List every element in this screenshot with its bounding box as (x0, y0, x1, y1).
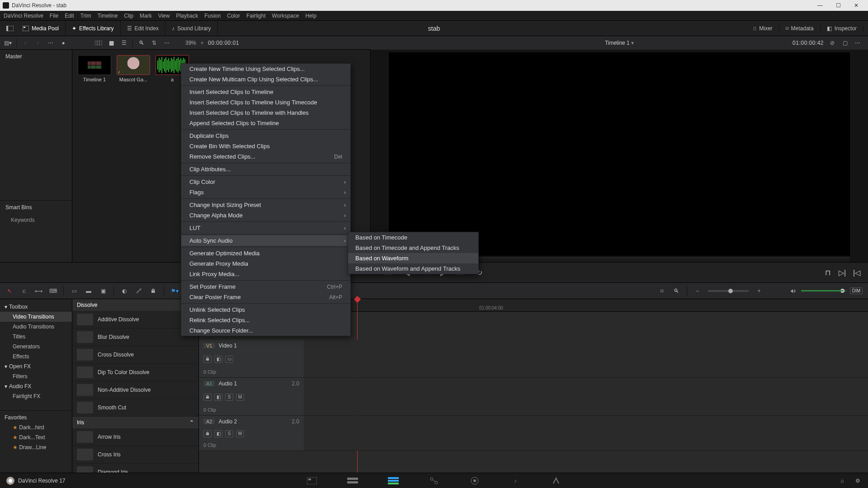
ctx-item[interactable]: Generate Proxy Media (181, 258, 350, 269)
lock-a2-icon[interactable]: 🔒︎ (203, 430, 212, 437)
fx-section-iris[interactable]: Iris⌃ (72, 417, 198, 428)
mute-a1-button[interactable]: M (236, 394, 244, 401)
more-icon[interactable]: ⋯ (163, 39, 171, 47)
tab-inspector[interactable]: ◧Inspector (821, 25, 863, 32)
ctx-item[interactable]: Insert Selected Clips to Timeline with H… (181, 108, 350, 118)
ctx-sub-item[interactable]: Based on Waveform (348, 253, 478, 263)
menu-edit[interactable]: Edit (65, 13, 74, 19)
ctx-item[interactable]: Create New Timeline Using Selected Clips… (181, 64, 350, 74)
auto-v1-icon[interactable]: ◧ (214, 356, 222, 363)
ctx-item[interactable]: Auto Sync Audio (181, 235, 350, 246)
dim-button[interactable]: DIM (850, 287, 863, 294)
toolbox-node[interactable]: ▾Toolbox (0, 302, 72, 312)
solo-a2-button[interactable]: S (225, 430, 233, 437)
zoom-in-icon[interactable]: ＋ (755, 287, 763, 295)
ctx-item[interactable]: Append Selected Clips to Timeline (181, 118, 350, 128)
tab-media-pool[interactable]: Media Pool (16, 21, 66, 36)
ctx-item[interactable]: Relink Selected Clips... (181, 315, 350, 325)
snapping-icon[interactable]: ⌑ (658, 287, 666, 295)
ctx-item[interactable]: Change Input Sizing Preset (181, 200, 350, 210)
zoom-out-icon[interactable]: − (693, 287, 702, 295)
menu-mark[interactable]: Mark (140, 13, 152, 19)
full-extent-icon[interactable]: |◁ (852, 267, 862, 277)
audiofx-node[interactable]: ▾Audio FX (0, 381, 72, 391)
disable-v1-icon[interactable]: ▭ (225, 356, 233, 363)
track-name-a1[interactable]: Audio 1 (218, 380, 237, 387)
smart-bins-header[interactable]: Smart Bins (0, 200, 72, 214)
ctx-item[interactable]: Set Poster FrameCtrl+P (181, 282, 350, 292)
menu-view[interactable]: View (158, 13, 170, 19)
leaf-filters[interactable]: Filters (0, 371, 72, 381)
menu-help[interactable]: Help (305, 13, 316, 19)
window-maximize-button[interactable]: ☐ (829, 0, 847, 11)
more-dots-icon[interactable]: ⋯ (47, 39, 55, 47)
menu-color[interactable]: Color (227, 13, 240, 19)
menu-clip[interactable]: Clip (124, 13, 133, 19)
window-close-button[interactable]: ✕ (847, 0, 865, 11)
ctx-sub-item[interactable]: Based on Timecode (348, 232, 478, 243)
ctx-item[interactable]: Link Proxy Media... (181, 269, 350, 279)
page-fairlight[interactable]: ♪ (509, 475, 522, 486)
fav-2[interactable]: ★ Dark...Text (0, 432, 72, 442)
viewer-canvas[interactable] (389, 52, 850, 256)
fx-item[interactable]: Additive Dissolve (72, 311, 198, 328)
auto-a2-icon[interactable]: ◧ (214, 430, 222, 437)
tab-sound-library[interactable]: ♪Sound Library (165, 21, 218, 36)
menu-trim[interactable]: Trim (80, 13, 91, 19)
fx-item[interactable]: Cross Iris (72, 446, 198, 464)
track-chip-v1[interactable]: V1 (203, 343, 215, 348)
search-icon[interactable]: 🔍︎ (137, 39, 146, 47)
track-body-v1[interactable] (304, 340, 868, 377)
leaf-audio-transitions[interactable]: Audio Transitions (0, 322, 72, 332)
ctx-item[interactable]: Unlink Selected Clips (181, 305, 350, 315)
window-minimize-button[interactable]: — (811, 0, 829, 11)
record-dot-icon[interactable]: ● (59, 39, 67, 47)
tab-expand[interactable] (0, 21, 16, 36)
tab-metadata[interactable]: ⌑Metadata (779, 25, 821, 32)
match-frame-icon[interactable]: ⊓ (823, 267, 833, 277)
retime-icon[interactable]: ◐ (120, 287, 128, 295)
ctx-sub-item[interactable]: Based on Waveform and Append Tracks (348, 263, 478, 274)
favorites-header[interactable]: Favorites (0, 410, 72, 422)
tab-mixer[interactable]: ⎍Mixer (747, 25, 779, 32)
leaf-fairlightfx[interactable]: Fairlight FX (0, 391, 72, 401)
leaf-effects[interactable]: Effects (0, 352, 72, 361)
sort-icon[interactable]: ⇅ (150, 39, 158, 47)
menu-timeline[interactable]: Timeline (97, 13, 118, 19)
timeline-timecode[interactable]: 01:00:00:42 (793, 40, 824, 46)
ctx-item[interactable]: Change Alpha Mode (181, 210, 350, 221)
link-icon[interactable]: 🔗︎ (135, 287, 143, 295)
track-chip-a2[interactable]: A2 (203, 419, 215, 424)
page-fusion[interactable] (427, 475, 441, 486)
tab-effects-library[interactable]: ✦Effects Library (66, 21, 120, 36)
track-chip-a1[interactable]: A1 (203, 381, 215, 386)
menu-file[interactable]: File (50, 13, 58, 19)
nav-fwd-icon[interactable]: › (34, 39, 42, 47)
mute-a2-button[interactable]: M (236, 430, 244, 437)
track-body-a2[interactable] (304, 416, 868, 450)
auto-a1-icon[interactable]: ◧ (214, 394, 222, 401)
fx-item[interactable]: Dip To Color Dissolve (72, 364, 198, 381)
blade-tool-icon[interactable]: ⌨ (49, 287, 57, 295)
page-cut[interactable] (346, 475, 359, 486)
bin-master[interactable]: Master (0, 50, 72, 63)
lock-icon[interactable]: 🔒︎ (149, 287, 157, 295)
fx-item[interactable]: Arrow Iris (72, 428, 198, 446)
volume-icon[interactable]: 🔊︎ (789, 287, 797, 295)
bypass-icon[interactable]: ⊘ (828, 39, 836, 47)
smart-bin-keywords[interactable]: Keywords (0, 214, 72, 226)
clip-timeline1[interactable]: Timeline 1 (78, 55, 111, 82)
menu-workspace[interactable]: Workspace (272, 13, 299, 19)
flag-icon[interactable]: ⚑▾ (170, 287, 179, 295)
ctx-item[interactable]: Clip Attributes... (181, 164, 350, 174)
ctx-item[interactable]: Flags (181, 187, 350, 197)
fx-section-dissolve[interactable]: Dissolve⌃ (72, 299, 198, 311)
leaf-titles[interactable]: Titles (0, 332, 72, 342)
ctx-item[interactable]: Insert Selected Clips to Timeline Using … (181, 97, 350, 108)
ctx-item[interactable]: Remove Selected Clips...Del (181, 151, 350, 162)
settings-gear-icon[interactable]: ⚙ (854, 477, 862, 484)
ctx-item[interactable]: Change Source Folder... (181, 325, 350, 336)
fx-item[interactable]: Blur Dissolve (72, 328, 198, 346)
options-icon[interactable]: ⋯ (854, 39, 862, 47)
page-edit[interactable] (387, 475, 400, 486)
